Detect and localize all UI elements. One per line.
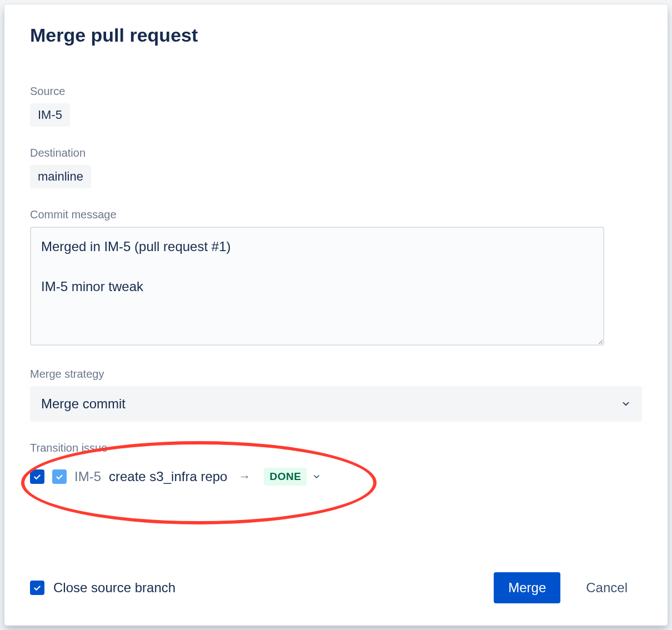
modal-title: Merge pull request bbox=[30, 24, 642, 46]
arrow-right-icon: → bbox=[238, 469, 250, 484]
close-source-branch-checkbox[interactable] bbox=[30, 581, 44, 595]
source-branch-lozenge: IM-5 bbox=[30, 103, 70, 127]
commit-message-field: Commit message bbox=[30, 208, 642, 348]
merge-strategy-field: Merge strategy Merge commit bbox=[30, 368, 642, 422]
transition-issue-row: IM-5 create s3_infra repo → DONE bbox=[30, 460, 642, 493]
merge-button[interactable]: Merge bbox=[494, 572, 560, 603]
transition-issue-field: Transition issue IM-5 create s3_infra re… bbox=[30, 442, 642, 493]
close-source-branch-label: Close source branch bbox=[53, 580, 175, 596]
chevron-down-icon bbox=[312, 472, 321, 481]
transition-enable-checkbox[interactable] bbox=[30, 469, 44, 484]
transition-issue-checkbox[interactable] bbox=[52, 469, 67, 484]
modal-footer: Close source branch Merge Cancel bbox=[30, 572, 642, 603]
transition-issue-label: Transition issue bbox=[30, 442, 642, 454]
destination-field: Destination mainline bbox=[30, 147, 642, 188]
merge-strategy-value: Merge commit bbox=[41, 396, 126, 412]
transition-issue-title: create s3_infra repo bbox=[109, 469, 227, 484]
merge-pull-request-modal: Merge pull request Source IM-5 Destinati… bbox=[4, 4, 668, 626]
close-source-branch-row: Close source branch bbox=[30, 580, 175, 596]
destination-branch-lozenge: mainline bbox=[30, 165, 91, 188]
chevron-down-icon bbox=[621, 399, 631, 409]
merge-strategy-select[interactable]: Merge commit bbox=[30, 386, 642, 422]
cancel-button[interactable]: Cancel bbox=[571, 572, 642, 603]
destination-label: Destination bbox=[30, 147, 642, 159]
transition-issue-key: IM-5 bbox=[74, 469, 101, 484]
merge-strategy-label: Merge strategy bbox=[30, 368, 642, 381]
source-field: Source IM-5 bbox=[30, 85, 642, 127]
transition-status-select[interactable]: DONE bbox=[262, 466, 323, 488]
source-label: Source bbox=[30, 85, 642, 98]
footer-actions: Merge Cancel bbox=[494, 572, 642, 603]
transition-status-badge: DONE bbox=[264, 468, 307, 486]
commit-message-textarea[interactable] bbox=[30, 227, 604, 346]
commit-message-label: Commit message bbox=[30, 208, 642, 221]
